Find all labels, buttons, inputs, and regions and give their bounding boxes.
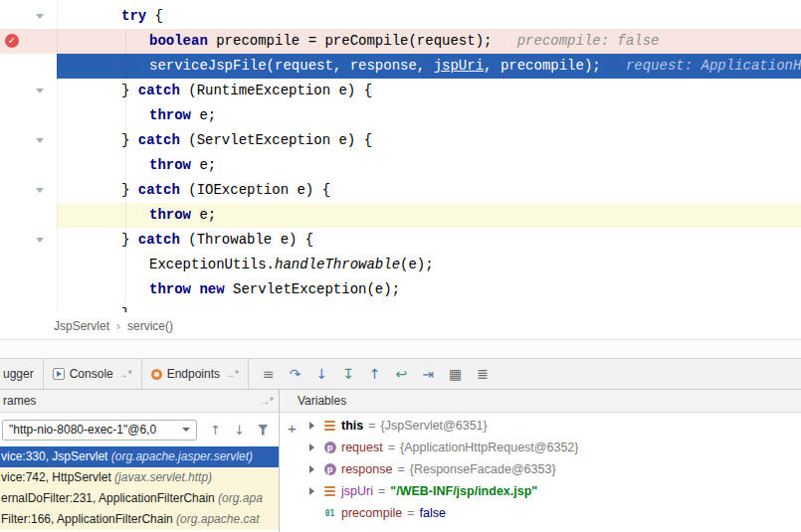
equals-sign: = (388, 441, 395, 454)
variable-row[interactable]: this={JspServlet@6351} (304, 415, 801, 437)
variable-value: false (419, 506, 445, 520)
editor-gutter (0, 4, 57, 29)
code-line[interactable]: } catch (ServletException e) { (0, 128, 801, 153)
frame-location: Filter:166, ApplicationFilterChain (1, 512, 176, 526)
ide-debug-view: try {✓boolean precompile = preCompile(re… (0, 0, 801, 532)
step-out-icon[interactable]: ↑ (369, 367, 381, 381)
drop-frame-icon[interactable]: ↩ (396, 367, 408, 381)
editor-gutter (0, 79, 57, 103)
grid-view-icon[interactable]: ▦ (449, 367, 462, 381)
code-line[interactable]: } (0, 302, 801, 312)
editor-gutter (0, 253, 57, 277)
frame-location: vice:742, HttpServlet (1, 470, 114, 484)
expand-chevron-icon[interactable] (309, 487, 318, 495)
fold-arrow-icon[interactable] (36, 138, 44, 143)
expand-chevron-icon[interactable] (309, 465, 318, 473)
filter-frames-icon[interactable] (258, 425, 269, 436)
chevron-down-icon (182, 428, 190, 432)
breadcrumb-item[interactable]: service() (127, 319, 173, 333)
add-watch-button[interactable]: + (288, 420, 297, 437)
frames-toolbar-row: "http-nio-8080-exec-1"@6,0 ↑↓ (0, 413, 279, 446)
variable-name: this (341, 419, 363, 433)
breadcrumb-item[interactable]: JspServlet (54, 319, 109, 333)
frames-panel-title: rames (3, 394, 36, 408)
variable-row[interactable]: presponse={ResponseFacade@6353} (304, 458, 801, 480)
tab-endpoints[interactable]: Endpoints→* (142, 359, 249, 389)
frames-panel: rames →* "http-nio-8080-exec-1"@6,0 ↑↓ v… (0, 390, 280, 532)
variables-panel-title: Variables (298, 394, 346, 408)
stack-frame-row[interactable]: ernalDoFilter:231, ApplicationFilterChai… (0, 488, 279, 509)
code-text: boolean precompile = preCompile(request)… (57, 29, 801, 54)
breakpoint-icon[interactable]: ✓ (5, 34, 19, 48)
view-menu-icon[interactable]: ≡ (263, 367, 275, 381)
variables-panel: Variables + this={JspServlet@6351}preque… (280, 390, 801, 532)
tab-console[interactable]: Console→* (44, 359, 142, 389)
code-token: precompile = preCompile(request); (208, 33, 493, 49)
editor-gutter (0, 277, 57, 302)
code-text: throw e; (57, 103, 801, 128)
fold-arrow-icon[interactable] (36, 89, 44, 93)
code-line[interactable]: ExceptionUtils.handleThrowable(e); (0, 253, 801, 277)
variable-row[interactable]: jspUri="/WEB-INF/jsp/index.jsp" (304, 480, 801, 502)
endpoints-icon (151, 369, 162, 380)
code-token: } (121, 182, 138, 198)
frame-location: ernalDoFilter:231, ApplicationFilterChai… (1, 491, 218, 505)
frames-panel-header: rames →* (0, 390, 279, 413)
fold-arrow-icon[interactable] (36, 188, 44, 193)
code-token: try (121, 8, 146, 24)
expand-chevron-icon[interactable] (309, 422, 318, 430)
code-token: jspUri (434, 58, 484, 74)
fold-arrow-icon[interactable] (36, 14, 44, 19)
code-line[interactable]: ✓boolean precompile = preCompile(request… (0, 29, 801, 54)
code-token: , precompile); (484, 58, 601, 74)
primitive-icon: 01 (323, 509, 336, 518)
frame-package: (org.apache.jasper.servlet) (111, 449, 253, 463)
editor-gutter (0, 203, 57, 228)
equals-sign: = (397, 462, 404, 476)
code-line[interactable]: } catch (RuntimeException e) { (0, 79, 801, 103)
code-token: (RuntimeException e) { (180, 83, 372, 98)
editor-gutter (0, 54, 57, 79)
thread-selector-dropdown[interactable]: "http-nio-8080-exec-1"@6,0 (2, 420, 197, 441)
equals-sign: = (368, 419, 375, 433)
debug-panels: rames →* "http-nio-8080-exec-1"@6,0 ↑↓ v… (0, 390, 801, 532)
fold-arrow-icon[interactable] (36, 238, 44, 243)
code-line[interactable]: throw e; (0, 153, 801, 178)
next-frame-icon[interactable]: ↓ (234, 424, 245, 437)
code-line[interactable]: serviceJspFile(request, response, jspUri… (0, 54, 801, 79)
debug-tabs: uggerConsole→*Endpoints→* (0, 359, 249, 389)
code-text: throw e; (57, 153, 801, 178)
stack-frame-row[interactable]: vice:330, JspServlet (org.apache.jasper.… (0, 446, 279, 467)
step-over-icon[interactable]: ↷ (290, 367, 301, 381)
step-into-icon[interactable]: ↓ (315, 367, 327, 381)
tab-suffix: →* (225, 369, 239, 380)
stack-frame-row[interactable]: vice:742, HttpServlet (javax.servlet.htt… (0, 467, 279, 488)
view-options-icon[interactable]: ≣ (477, 367, 489, 381)
code-line[interactable]: } catch (Throwable e) { (0, 228, 801, 253)
code-line[interactable]: throw e; (0, 103, 801, 128)
code-line[interactable]: throw e; (0, 203, 801, 228)
param-icon: p (323, 442, 336, 453)
value-icon (323, 421, 336, 431)
tab-debugger[interactable]: ugger (0, 359, 44, 389)
previous-frame-icon[interactable]: ↑ (210, 424, 221, 437)
expand-chevron-icon[interactable] (309, 443, 318, 451)
code-line[interactable]: } catch (IOException e) { (0, 178, 801, 203)
frame-package: (javax.servlet.http) (114, 470, 212, 484)
variable-row[interactable]: 01precompile=false (304, 502, 801, 524)
code-token: throw (149, 157, 191, 173)
run-to-cursor-icon[interactable]: ⇥ (422, 367, 434, 381)
variable-row[interactable]: prequest={ApplicationHttpRequest@6352} (304, 437, 801, 458)
code-line[interactable]: try { (0, 4, 801, 29)
force-step-into-icon[interactable]: ↧ (342, 367, 354, 381)
code-line[interactable]: throw new ServletException(e); (0, 277, 801, 302)
variable-name: response (341, 462, 392, 476)
code-text: } catch (IOException e) { (57, 178, 801, 203)
code-token: e; (191, 207, 216, 223)
editor-gutter (0, 103, 57, 128)
code-token: { (146, 8, 163, 24)
editor-gutter (0, 302, 57, 312)
param-icon: p (323, 463, 336, 475)
code-token: boolean (149, 33, 208, 49)
stack-frame-row[interactable]: Filter:166, ApplicationFilterChain (org.… (0, 509, 279, 530)
